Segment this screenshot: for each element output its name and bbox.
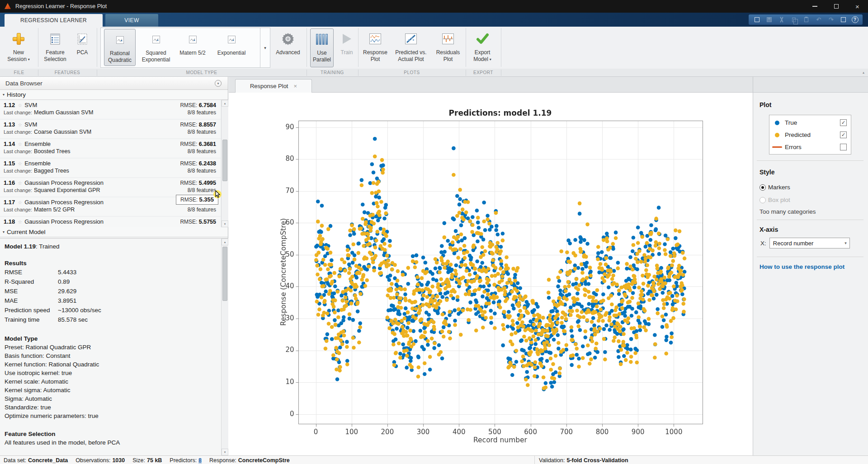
- last-change-label: Last change:: [4, 187, 32, 193]
- model-matern-52[interactable]: Matern 5/2: [175, 29, 210, 66]
- scrollbar-thumb[interactable]: [222, 140, 227, 181]
- window-title: Regression Learner - Response Plot: [15, 3, 107, 9]
- history-item-1.12[interactable]: 1.12☆SVMRMSE: 6.7584Last change:Medium G…: [0, 100, 221, 119]
- features-count: 8/8 features: [188, 148, 216, 155]
- model-rmse: RMSE: 6.3681: [180, 141, 216, 147]
- divider: [757, 257, 863, 257]
- legend-dot-icon: [769, 133, 785, 137]
- favorite-star-icon[interactable]: ☆: [18, 103, 22, 108]
- tab-regression-learner[interactable]: REGRESSION LEARNER: [5, 14, 103, 27]
- history-item-1.14[interactable]: 1.14☆EnsembleRMSE: 6.3681Last change:Boo…: [0, 139, 221, 158]
- current-model-pane: Model 1.19: Trained Results RMSE5.4433R-…: [0, 238, 228, 455]
- residuals-plot-icon: [442, 33, 454, 44]
- scroll-down-button[interactable]: ▾: [222, 449, 228, 455]
- response-plot-canvas[interactable]: [229, 93, 753, 455]
- model-name: Gaussian Process Regression: [24, 199, 104, 206]
- scroll-down-button[interactable]: ▾: [222, 220, 228, 227]
- history-item-1.13[interactable]: 1.13☆SVMRMSE: 8.8557Last change:Coarse G…: [0, 120, 221, 138]
- residuals-plot-button[interactable]: ResidualsPlot: [432, 28, 464, 67]
- feature-selection-button[interactable]: FeatureSelection: [41, 28, 70, 67]
- history-item-1.15[interactable]: 1.15☆EnsembleRMSE: 6.2438Last change:Bag…: [0, 159, 221, 177]
- model-rational-quadratic[interactable]: RationalQuadratic: [104, 29, 136, 66]
- favorite-star-icon[interactable]: ☆: [18, 122, 22, 128]
- section-label-training: TRAINING: [307, 70, 358, 75]
- legend-checkbox[interactable]: ✓: [840, 131, 847, 138]
- feature-selection-line: All features used in the model, before P…: [5, 438, 215, 447]
- favorite-star-icon[interactable]: ☆: [18, 219, 22, 225]
- export-model-button[interactable]: ExportModel▾: [467, 28, 497, 67]
- tab-view[interactable]: VIEW: [105, 14, 158, 27]
- history-section-header[interactable]: ▾ History: [0, 90, 228, 100]
- advanced-button[interactable]: Advanced: [273, 28, 303, 67]
- favorite-star-icon[interactable]: ☆: [18, 200, 22, 206]
- help-icon[interactable]: ?: [852, 16, 859, 23]
- data-browser-title: Data Browser: [5, 80, 42, 87]
- last-change-label: Last change:: [4, 168, 32, 173]
- use-parallel-button[interactable]: UseParallel: [310, 28, 334, 67]
- markers-radio[interactable]: Markers: [760, 184, 790, 191]
- model-exponential[interactable]: Exponential: [212, 29, 251, 66]
- radio-on-icon: [760, 184, 766, 191]
- plot-x-axis-label: Record number: [298, 436, 702, 444]
- copy-icon: [790, 16, 798, 23]
- minimize-ribbon-icon[interactable]: ▴: [863, 70, 864, 75]
- favorite-star-icon[interactable]: ☆: [18, 180, 22, 186]
- model-id: 1.18: [4, 218, 15, 225]
- divider: [757, 160, 863, 161]
- train-play-icon: [343, 34, 351, 44]
- minimize-icon: [812, 6, 817, 7]
- document-tab-bar: Response Plot ×: [229, 77, 753, 93]
- minimize-button[interactable]: [804, 0, 826, 13]
- chevron-down-icon: ▾: [264, 46, 266, 50]
- favorite-star-icon[interactable]: ☆: [18, 141, 22, 147]
- model-type-line: Kernel scale: Automatic: [5, 377, 215, 386]
- document-area: Response Plot × Predictions: model 1.19 …: [229, 77, 753, 455]
- tab-close-icon[interactable]: ×: [293, 83, 297, 89]
- tab-response-plot[interactable]: Response Plot ×: [235, 79, 312, 93]
- pca-icon: [77, 33, 87, 45]
- x-axis-row: X: Record number ▾: [760, 238, 850, 248]
- model-id: 1.12: [4, 102, 15, 108]
- legend-checkbox[interactable]: [840, 144, 847, 150]
- section-label-export: EXPORT: [466, 70, 501, 75]
- new-session-icon: [12, 33, 25, 45]
- status-segment[interactable]: Predictors:8: [170, 457, 202, 464]
- chevron-down-icon: ▾: [217, 82, 219, 85]
- model-history-list: 1.12☆SVMRMSE: 6.7584Last change:Medium G…: [0, 100, 228, 227]
- response-plot-icon: [369, 33, 381, 44]
- current-model-section-header[interactable]: ▾ Current Model: [0, 227, 228, 237]
- divider: [534, 456, 535, 464]
- favorite-star-icon[interactable]: ☆: [18, 161, 22, 167]
- history-item-1.18[interactable]: 1.18☆Gaussian Process RegressionRMSE: 5.…: [0, 217, 221, 227]
- features-count: 8/8 features: [188, 168, 216, 174]
- restore-button[interactable]: [826, 0, 847, 13]
- model-squared-exponential[interactable]: SquaredExponential: [139, 29, 173, 66]
- new-session-button[interactable]: NewSession▾: [4, 28, 33, 67]
- history-scrollbar[interactable]: ▴ ▾: [221, 100, 228, 227]
- x-axis-select[interactable]: Record number ▾: [769, 238, 850, 248]
- help-link[interactable]: How to use the response plot: [760, 263, 844, 270]
- window-layout-icon[interactable]: [839, 16, 847, 23]
- gallery-dropdown-button[interactable]: ▾: [260, 28, 270, 67]
- history-item-1.16[interactable]: 1.16☆Gaussian Process RegressionRMSE: 5.…: [0, 178, 221, 197]
- use-parallel-icon: [316, 34, 328, 45]
- close-icon: ×: [855, 3, 859, 10]
- scroll-up-button[interactable]: ▴: [222, 239, 228, 245]
- features-count: 8/8 features: [188, 187, 216, 193]
- panel-menu-button[interactable]: ▾: [215, 80, 222, 87]
- last-change-value: Matern 5/2 GPR: [34, 206, 75, 213]
- legend-checkbox[interactable]: ✓: [840, 119, 847, 126]
- response-plot-button[interactable]: ResponsePlot: [360, 28, 391, 67]
- last-change-value: Medium Gaussian SVM: [34, 109, 93, 116]
- features-count: 8/8 features: [188, 129, 216, 135]
- legend-label: Predicted: [785, 131, 811, 138]
- new-window-icon[interactable]: [753, 16, 761, 23]
- predicted-vs-actual-plot-button[interactable]: Predicted vs.Actual Plot: [392, 28, 429, 67]
- pca-button[interactable]: PCA: [71, 28, 93, 67]
- scroll-up-button[interactable]: ▴: [222, 100, 228, 107]
- current-model-scrollbar[interactable]: ▴ ▾: [221, 239, 228, 455]
- result-row: Prediction speed~13000 obs/sec: [5, 305, 215, 315]
- close-button[interactable]: ×: [847, 0, 868, 13]
- model-type-line: Standardize: true: [5, 403, 215, 412]
- scrollbar-thumb[interactable]: [222, 247, 227, 301]
